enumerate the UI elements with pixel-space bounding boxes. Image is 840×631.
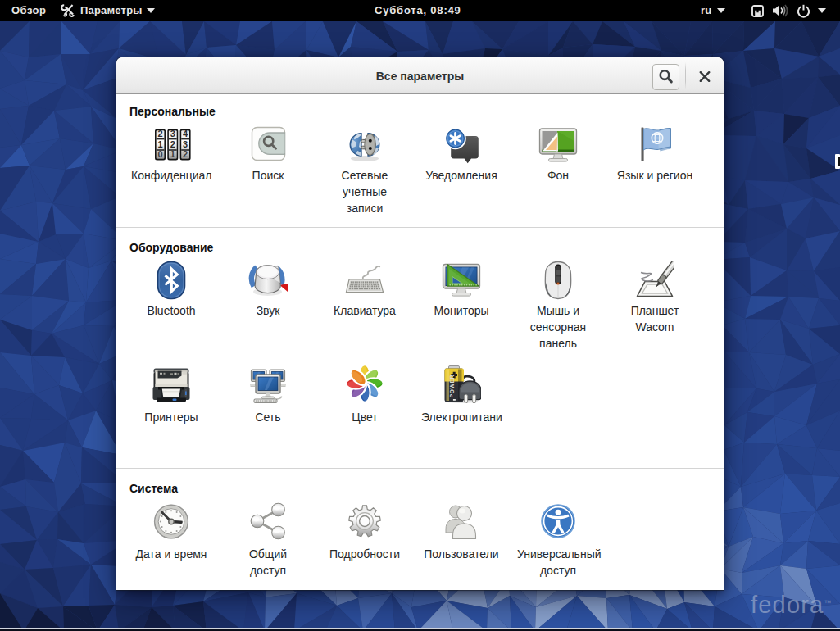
svg-text:2: 2 bbox=[157, 129, 162, 138]
svg-text:2: 2 bbox=[183, 149, 188, 159]
svg-text:3: 3 bbox=[170, 129, 175, 138]
svg-text:3: 3 bbox=[183, 139, 188, 149]
svg-text:POWER: POWER bbox=[449, 375, 455, 397]
svg-text:0: 0 bbox=[157, 149, 162, 159]
svg-text:2: 2 bbox=[170, 139, 175, 149]
svg-text:4: 4 bbox=[183, 129, 188, 138]
svg-text:1: 1 bbox=[157, 139, 162, 149]
svg-text:1: 1 bbox=[170, 149, 175, 159]
